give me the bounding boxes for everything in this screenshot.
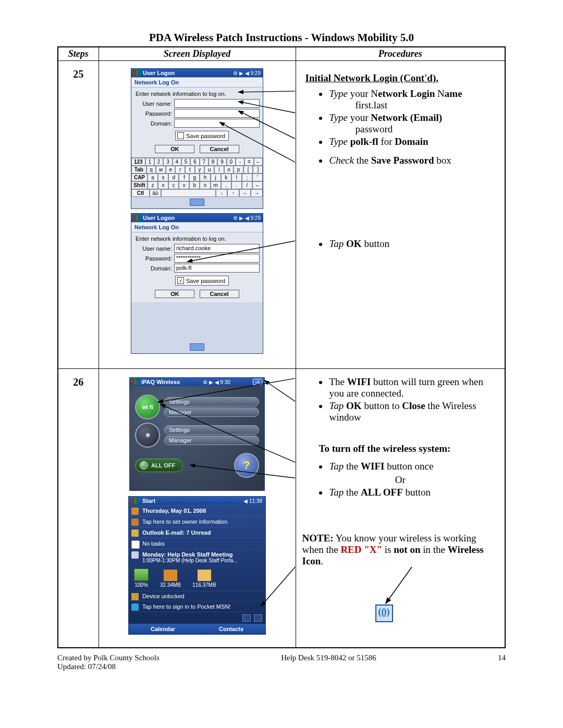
key[interactable]: =	[244, 158, 253, 166]
softkey-contacts[interactable]: Contacts	[197, 624, 265, 634]
owner-info-link[interactable]: Tap here to set owner information	[129, 516, 265, 527]
wifi-manager-button[interactable]: Manager	[164, 408, 259, 417]
key[interactable]: 2	[154, 158, 163, 166]
key[interactable]: q	[146, 166, 156, 174]
footer-created-by: Created by Polk County Schools	[57, 653, 160, 662]
key[interactable]: l	[231, 174, 242, 181]
key[interactable]: ↑	[227, 189, 239, 197]
sip-toggle[interactable]	[131, 197, 263, 208]
key[interactable]: v	[179, 181, 189, 189]
key[interactable]: x	[158, 181, 168, 189]
key[interactable]: n	[200, 181, 210, 189]
key[interactable]: 5	[181, 158, 190, 166]
key[interactable]: 123	[131, 158, 145, 166]
key[interactable]: '	[252, 174, 263, 181]
key[interactable]: a	[148, 174, 158, 181]
ok-button[interactable]: OK	[155, 290, 194, 298]
key[interactable]: 9	[217, 158, 226, 166]
appointment-item[interactable]: Monday: Help Desk Staff Meeting 1:00PM-1…	[129, 549, 265, 565]
key[interactable]: 0	[227, 158, 236, 166]
msn-signin-link[interactable]: Tap here to sign in to Pocket MSN!	[129, 601, 265, 612]
ok-button[interactable]: ok	[253, 379, 262, 385]
username-input[interactable]: richard.cooke	[174, 244, 260, 253]
key[interactable]: .	[231, 181, 242, 189]
key[interactable]: Tab	[131, 166, 146, 174]
key[interactable]: →	[251, 189, 263, 197]
key[interactable]: g	[189, 174, 200, 181]
key[interactable]: 3	[163, 158, 172, 166]
key[interactable]: s	[158, 174, 168, 181]
outlook-mail-item[interactable]: Outlook E-mail: 7 Unread	[129, 527, 265, 538]
key[interactable]: CAP	[131, 174, 148, 181]
save-password-checkbox[interactable]: Save password	[175, 131, 229, 141]
key[interactable]: m	[211, 181, 221, 189]
key[interactable]: Shift	[131, 181, 148, 189]
key[interactable]: ,	[221, 181, 231, 189]
tasks-item[interactable]: No tasks	[129, 538, 265, 549]
storage-status[interactable]: 116.37MB	[192, 570, 216, 588]
ram-status[interactable]: 32.34MB	[160, 570, 181, 588]
key[interactable]: u	[204, 166, 214, 174]
key[interactable]: c	[168, 181, 179, 189]
password-input[interactable]: ***********	[174, 254, 260, 263]
key[interactable]	[161, 189, 216, 197]
onscreen-keyboard[interactable]: 1231234567890-=← Tabqwertyuiop[] CAPasdf…	[131, 157, 263, 197]
key[interactable]: 4	[173, 158, 181, 166]
key[interactable]: ]	[253, 166, 263, 174]
cancel-button[interactable]: Cancel	[200, 290, 239, 298]
key[interactable]: y	[195, 166, 205, 174]
key[interactable]: o	[224, 166, 234, 174]
app-title: User Logon	[143, 70, 175, 76]
username-input[interactable]	[174, 99, 260, 108]
ok-button[interactable]: OK	[155, 145, 194, 153]
key[interactable]: 6	[190, 158, 199, 166]
key[interactable]: [	[243, 166, 253, 174]
key[interactable]: 7	[200, 158, 209, 166]
sip-toggle[interactable]	[131, 342, 263, 353]
password-label: Password:	[134, 255, 172, 262]
domain-input[interactable]	[174, 119, 260, 128]
key[interactable]: e	[166, 166, 176, 174]
wireless-tray-icon[interactable]	[254, 614, 262, 622]
key[interactable]: ↓	[216, 189, 228, 197]
key[interactable]: ;	[242, 174, 252, 181]
key[interactable]: j	[211, 174, 221, 181]
wifi-settings-button[interactable]: Settings	[164, 397, 259, 406]
battery-status[interactable]: 100%	[134, 569, 149, 588]
key[interactable]: w	[156, 166, 166, 174]
bt-settings-button[interactable]: Settings	[164, 425, 259, 435]
key[interactable]: ←	[254, 158, 263, 166]
key[interactable]: b	[189, 181, 200, 189]
start-flag-icon[interactable]	[132, 498, 139, 504]
key[interactable]: f	[179, 174, 189, 181]
all-off-button[interactable]: ALL OFF	[135, 459, 183, 472]
key[interactable]: Ctl	[131, 189, 150, 197]
key[interactable]: 1	[145, 158, 154, 166]
password-input[interactable]	[174, 109, 260, 118]
wifi-button[interactable]: wi fi	[135, 394, 160, 419]
key[interactable]: k	[221, 174, 231, 181]
save-password-checkbox[interactable]: ✓ Save password	[175, 276, 229, 286]
key[interactable]: i	[214, 166, 224, 174]
device-lock-status[interactable]: Device unlocked	[129, 591, 265, 601]
domain-input[interactable]: polk-fl	[174, 264, 260, 273]
key[interactable]: ←	[239, 189, 251, 197]
key[interactable]: ←	[252, 181, 263, 189]
tray-icon[interactable]	[242, 614, 251, 622]
bt-manager-button[interactable]: Manager	[164, 436, 259, 445]
key[interactable]: d	[168, 174, 179, 181]
start-label[interactable]: Start	[142, 498, 155, 504]
key[interactable]: 8	[209, 158, 217, 166]
softkey-calendar[interactable]: Calendar	[129, 624, 197, 634]
help-button[interactable]: ?	[234, 453, 259, 478]
key[interactable]: t	[185, 166, 195, 174]
key[interactable]: z	[148, 181, 158, 189]
cancel-button[interactable]: Cancel	[200, 145, 239, 153]
key[interactable]: h	[200, 174, 210, 181]
bluetooth-button[interactable]: ✱	[135, 423, 160, 448]
key[interactable]: -	[236, 158, 244, 166]
key[interactable]: r	[175, 166, 185, 174]
key[interactable]: /	[242, 181, 252, 189]
key[interactable]: áü	[150, 189, 162, 197]
key[interactable]: p	[234, 166, 243, 174]
